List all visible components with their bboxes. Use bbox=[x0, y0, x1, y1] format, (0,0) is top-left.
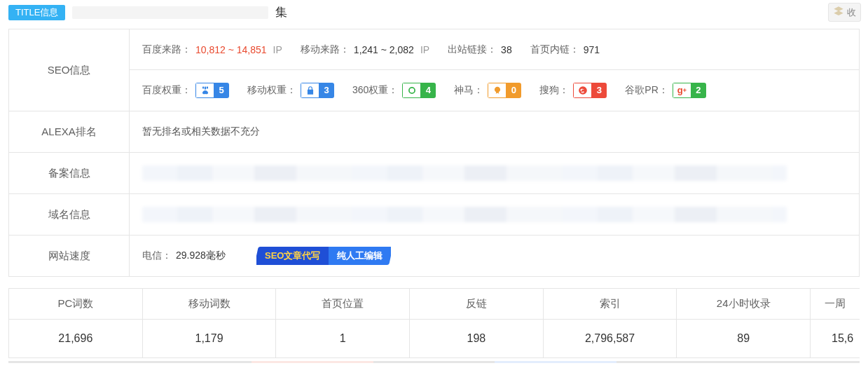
baidu-paw-icon bbox=[195, 83, 214, 98]
stats-head: PC词数 bbox=[9, 289, 142, 320]
stats-head: 一周 bbox=[811, 289, 860, 320]
shenma-weight: 神马： 0 bbox=[454, 83, 521, 98]
baidu-traffic-value: 10,812 ~ 14,851 bbox=[195, 44, 267, 55]
seo-promo-banner[interactable]: SEO文章代写 纯人工编辑 bbox=[254, 247, 393, 265]
w360-icon bbox=[402, 83, 420, 98]
stats-head: 移动词数 bbox=[143, 289, 276, 320]
seo-traffic-row: 百度来路： 10,812 ~ 14,851 IP 移动来路： 1,241 ~ 2… bbox=[130, 29, 859, 70]
baidu-weight-value: 5 bbox=[214, 83, 229, 98]
seo-weight-row: 百度权重： 5 移动权重： 3 360权重： bbox=[130, 70, 859, 111]
home-inlinks: 首页内链： 971 bbox=[530, 43, 600, 56]
stats-col-homepos[interactable]: 首页位置 1 bbox=[276, 289, 410, 357]
stats-col-mobile[interactable]: 移动词数 1,179 bbox=[143, 289, 277, 357]
sogou-icon bbox=[573, 83, 591, 98]
google-pr: 谷歌PR： g+ 2 bbox=[625, 83, 705, 98]
mobile-paw-icon bbox=[301, 83, 319, 98]
stats-col-backlinks[interactable]: 反链 198 bbox=[410, 289, 544, 357]
mobile-weight: 移动权重： 3 bbox=[247, 83, 334, 98]
mobile-weight-label: 移动权重： bbox=[247, 84, 296, 97]
stats-head: 24小时收录 bbox=[677, 289, 810, 320]
mobile-weight-badge[interactable]: 3 bbox=[301, 83, 334, 98]
title-info-badge: TITLE信息 bbox=[8, 5, 65, 20]
google-icon: g+ bbox=[673, 83, 691, 98]
stats-val: 89 bbox=[677, 320, 810, 357]
beian-label: 备案信息 bbox=[9, 153, 130, 193]
bottom-color-strip bbox=[8, 361, 860, 363]
title-redacted bbox=[72, 6, 268, 19]
mobile-traffic-unit: IP bbox=[418, 44, 429, 55]
stats-val: 1 bbox=[276, 320, 409, 357]
mobile-traffic-label: 移动来路： bbox=[301, 43, 350, 56]
domain-row: 域名信息 bbox=[9, 193, 859, 235]
stats-table: PC词数 21,696 移动词数 1,179 首页位置 1 反链 198 索引 … bbox=[8, 288, 860, 358]
baidu-weight: 百度权重： 5 bbox=[142, 83, 229, 98]
sogou-weight-badge[interactable]: 3 bbox=[573, 83, 607, 98]
shenma-weight-value: 0 bbox=[506, 83, 521, 98]
stats-col-index[interactable]: 索引 2,796,587 bbox=[544, 289, 677, 357]
baidu-traffic: 百度来路： 10,812 ~ 14,851 IP bbox=[142, 43, 282, 56]
stats-head: 首页位置 bbox=[276, 289, 409, 320]
domain-redacted bbox=[142, 207, 787, 222]
mobile-traffic: 移动来路： 1,241 ~ 2,082 IP bbox=[301, 43, 429, 56]
domain-label: 域名信息 bbox=[9, 194, 130, 235]
sogou-weight: 搜狗： 3 bbox=[539, 83, 607, 98]
stats-head: 索引 bbox=[544, 289, 677, 320]
stats-col-24h[interactable]: 24小时收录 89 bbox=[677, 289, 811, 357]
stack-icon bbox=[833, 6, 844, 19]
speed-label: 网站速度 bbox=[9, 236, 130, 276]
google-pr-badge[interactable]: g+ 2 bbox=[673, 83, 706, 98]
baidu-traffic-label: 百度来路： bbox=[142, 43, 191, 56]
w360-weight: 360权重： 4 bbox=[352, 83, 436, 98]
beian-row: 备案信息 bbox=[9, 152, 859, 193]
speed-value: 29.928毫秒 bbox=[176, 250, 226, 262]
svg-point-0 bbox=[409, 88, 415, 93]
stats-val: 198 bbox=[410, 320, 543, 357]
alexa-row: ALEXA排名 暂无排名或相关数据不充分 bbox=[9, 111, 859, 152]
sogou-weight-label: 搜狗： bbox=[539, 84, 569, 97]
stats-val: 2,796,587 bbox=[544, 320, 677, 357]
stats-val: 1,179 bbox=[143, 320, 276, 357]
seo-label: SEO信息 bbox=[9, 29, 130, 111]
seo-row: SEO信息 百度来路： 10,812 ~ 14,851 IP 移动来路： 1,2… bbox=[9, 29, 859, 111]
home-inlinks-label: 首页内链： bbox=[530, 43, 579, 56]
title-row: TITLE信息 集 收 bbox=[0, 0, 868, 29]
w360-weight-badge[interactable]: 4 bbox=[402, 83, 436, 98]
title-tail-text: 集 bbox=[275, 4, 287, 20]
stats-col-pc[interactable]: PC词数 21,696 bbox=[9, 289, 143, 357]
alexa-label: ALEXA排名 bbox=[9, 111, 130, 152]
mobile-traffic-value: 1,241 ~ 2,082 bbox=[354, 44, 414, 55]
collect-label: 收 bbox=[847, 6, 856, 19]
google-pr-label: 谷歌PR： bbox=[625, 84, 668, 97]
stats-val: 15,6 bbox=[811, 320, 860, 357]
seo-promo-left: SEO文章代写 bbox=[256, 247, 329, 265]
alexa-value: 暂无排名或相关数据不充分 bbox=[142, 125, 260, 138]
speed-isp: 电信： 29.928毫秒 bbox=[142, 250, 226, 262]
outbound-links: 出站链接： 38 bbox=[448, 43, 512, 56]
stats-col-week[interactable]: 一周 15,6 bbox=[811, 289, 860, 357]
beian-redacted bbox=[142, 165, 787, 181]
outbound-links-label: 出站链接： bbox=[448, 43, 497, 56]
w360-weight-label: 360权重： bbox=[352, 84, 398, 97]
home-inlinks-value: 971 bbox=[584, 44, 600, 55]
stats-val: 21,696 bbox=[9, 320, 142, 357]
baidu-traffic-unit: IP bbox=[271, 44, 282, 55]
stats-head: 反链 bbox=[410, 289, 543, 320]
shenma-weight-label: 神马： bbox=[454, 84, 483, 97]
baidu-weight-label: 百度权重： bbox=[142, 84, 191, 97]
info-table: SEO信息 百度来路： 10,812 ~ 14,851 IP 移动来路： 1,2… bbox=[8, 29, 860, 277]
sogou-weight-value: 3 bbox=[591, 83, 607, 98]
seo-promo-right: 纯人工编辑 bbox=[329, 247, 391, 265]
speed-isp-label: 电信： bbox=[142, 250, 172, 262]
w360-weight-value: 4 bbox=[420, 83, 436, 98]
speed-row: 网站速度 电信： 29.928毫秒 SEO文章代写 纯人工编辑 bbox=[9, 235, 859, 276]
collect-button[interactable]: 收 bbox=[828, 3, 861, 22]
shenma-weight-badge[interactable]: 0 bbox=[488, 83, 521, 98]
google-pr-value: 2 bbox=[691, 83, 706, 98]
baidu-weight-badge[interactable]: 5 bbox=[195, 83, 229, 98]
shenma-icon bbox=[488, 83, 506, 98]
mobile-weight-value: 3 bbox=[319, 83, 334, 98]
outbound-links-value: 38 bbox=[501, 44, 512, 55]
